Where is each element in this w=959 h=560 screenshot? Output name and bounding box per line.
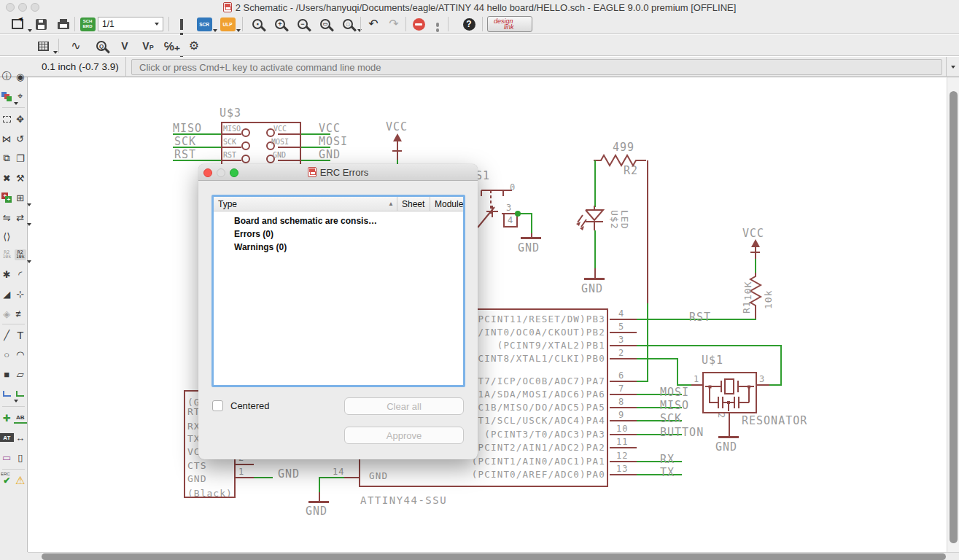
column-header-sheet[interactable]: Sheet <box>397 197 430 211</box>
column-header-type[interactable]: Type▲ <box>214 197 397 211</box>
tool-value-icon[interactable]: R210k <box>14 245 28 264</box>
zoom-search-button[interactable]: Q <box>92 37 111 55</box>
table-header[interactable]: Type▲ Sheet Module <box>214 197 463 211</box>
tool-dimension-icon[interactable]: ↔ <box>14 428 28 447</box>
minimize-window-button[interactable] <box>18 3 27 12</box>
centered-checkbox[interactable] <box>212 400 223 411</box>
close-window-button[interactable] <box>6 3 15 12</box>
net-label[interactable]: RX <box>660 453 675 466</box>
help-button[interactable]: ? <box>460 15 478 33</box>
zoom-select-button[interactable]: ▭ <box>316 15 335 33</box>
tool-mirror-icon[interactable]: ⋈ <box>0 129 14 148</box>
zoom-redraw-button[interactable]: □ <box>338 15 357 33</box>
tool-miter-icon[interactable]: ◜ <box>14 265 28 284</box>
tool-change-wrench-icon[interactable]: ⚒ <box>14 168 28 187</box>
tool-name-icon[interactable]: R210k <box>0 245 14 264</box>
tool-text-icon[interactable]: T <box>14 325 28 344</box>
tool-circle-icon[interactable]: ○ <box>0 345 14 364</box>
tool-display-layers-icon[interactable] <box>0 87 14 106</box>
settings-button[interactable]: ⚙ <box>185 37 203 55</box>
tool-gateswap-icon[interactable]: ⟨⟩ <box>0 227 14 246</box>
tool-rect-icon[interactable]: ■ <box>0 365 14 384</box>
window-titlebar[interactable]: 2 Schematic - /Users/hanyuqi/Documents/e… <box>0 0 959 15</box>
redo-button[interactable]: ↷ <box>385 15 403 33</box>
net-label[interactable]: GND <box>278 467 300 481</box>
tool-paste-icon[interactable]: ❐ <box>14 149 28 168</box>
tool-info-icon[interactable]: ⓘ <box>0 67 14 86</box>
table-row[interactable]: Errors (0) <box>214 228 463 241</box>
net-label[interactable]: RST <box>174 148 196 161</box>
tool-miter-fill-icon[interactable]: ◢ <box>0 284 14 303</box>
net-label[interactable]: MOSI <box>319 135 348 148</box>
approve-button[interactable]: Approve <box>344 427 464 444</box>
tool-frame-icon[interactable]: ▭ <box>0 448 14 467</box>
tool-erc-icon[interactable]: ERC ✔ <box>0 471 14 490</box>
net-label[interactable]: RST <box>689 311 711 324</box>
horizontal-scrollbar[interactable] <box>28 552 959 560</box>
tool-arc-icon[interactable]: ◠ <box>14 345 28 364</box>
design-link-button[interactable]: designlink <box>487 15 532 33</box>
voltage-probe-button[interactable]: VP <box>139 37 158 55</box>
tool-delete-icon[interactable]: ✖ <box>0 168 14 187</box>
tool-gate-split-icon[interactable]: ≢ <box>14 304 28 323</box>
tool-smash-icon[interactable]: ✱ <box>0 265 14 284</box>
tool-attribute-icon[interactable]: AT <box>0 433 14 442</box>
overflow-menu-button[interactable] <box>432 15 443 33</box>
column-header-module[interactable]: Module <box>430 197 463 211</box>
tool-replace-icon[interactable]: ⇄ <box>14 208 28 227</box>
net-label[interactable]: MISO <box>660 399 689 412</box>
table-row[interactable]: Board and schematic are consis… <box>214 214 463 228</box>
open-file-button[interactable] <box>7 15 28 33</box>
voltage-tool-button[interactable]: V <box>117 37 133 55</box>
tool-show-icon[interactable]: ◉ <box>14 67 28 86</box>
tool-label-icon[interactable]: AB <box>14 412 28 424</box>
vertical-scroll-thumb[interactable] <box>950 91 958 543</box>
dialog-titlebar[interactable]: ERC Errors <box>198 164 478 181</box>
net-label[interactable]: TX <box>660 466 675 479</box>
tool-split-icon[interactable]: ⊹ <box>14 284 28 303</box>
table-row[interactable]: Warnings (0) <box>214 241 463 254</box>
zoom-out-button[interactable]: − <box>293 15 312 33</box>
switch-to-board-button[interactable]: SCHBRD <box>79 15 96 33</box>
tool-frame2-icon[interactable]: ▯ <box>14 448 28 467</box>
tool-mark-icon[interactable]: ⌖ <box>14 87 28 106</box>
save-button[interactable] <box>33 15 49 33</box>
stop-button[interactable] <box>410 15 427 33</box>
print-button[interactable] <box>55 15 71 33</box>
run-script-button[interactable]: SCR <box>195 15 213 33</box>
tool-pinswap-icon[interactable]: ⇋ <box>0 208 14 227</box>
net-label[interactable]: MOSI <box>660 386 689 399</box>
zoom-window-button[interactable] <box>31 3 39 12</box>
tool-copy-add-icon[interactable]: ⊞ <box>14 188 28 207</box>
net-label[interactable]: BUTTON <box>660 426 704 439</box>
net-label[interactable]: VCC <box>319 122 341 135</box>
signal-tool-button[interactable]: ∿ <box>67 37 85 55</box>
sheet-selector[interactable]: 1/1 <box>98 15 163 33</box>
zoom-in-button[interactable]: + <box>271 15 290 33</box>
tool-junction-icon[interactable]: ✚ <box>0 408 14 427</box>
net-label[interactable]: MISO <box>173 122 202 135</box>
tool-erc-errors-icon[interactable]: ⚠ <box>14 471 28 490</box>
net-label[interactable]: SCK <box>174 135 196 148</box>
zoom-fit-button[interactable]: ▪ <box>248 15 267 33</box>
command-history-dropdown[interactable] <box>946 57 959 77</box>
clear-all-button[interactable]: Clear all <box>344 397 464 415</box>
tool-group-icon[interactable] <box>0 109 14 128</box>
tool-rotate-icon[interactable]: ↺ <box>14 129 28 148</box>
tool-wire-icon[interactable]: ╱ <box>0 325 14 344</box>
net-label[interactable]: GND <box>319 148 341 161</box>
tool-polygon-icon[interactable]: ▱ <box>14 365 28 384</box>
dialog-zoom-button[interactable] <box>230 168 238 177</box>
tool-net-icon[interactable] <box>14 384 28 403</box>
tool-copy-icon[interactable]: ⧉ <box>0 149 14 168</box>
grid-button[interactable] <box>33 37 53 55</box>
command-line-input[interactable] <box>131 59 942 75</box>
net-label[interactable]: SCK <box>660 412 682 425</box>
tool-invoke-icon[interactable]: ◈ <box>0 304 14 323</box>
add-node-button[interactable]: ℅₊ <box>163 37 181 55</box>
tool-bus-icon[interactable] <box>0 384 14 403</box>
run-ulp-button[interactable]: ULP <box>219 15 236 33</box>
dialog-close-button[interactable] <box>203 168 212 177</box>
dialog-minimize-button[interactable] <box>217 168 225 177</box>
vertical-scrollbar[interactable] <box>947 77 959 552</box>
